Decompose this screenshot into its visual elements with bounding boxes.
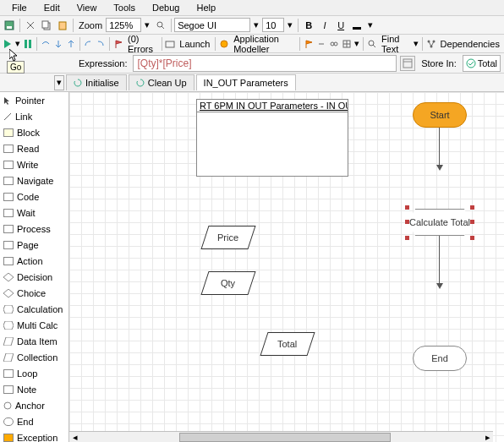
- expression-builder-button[interactable]: [400, 56, 415, 71]
- store-in-label: Store In:: [419, 58, 459, 68]
- svg-marker-31: [3, 353, 14, 362]
- cut-icon[interactable]: [23, 18, 38, 33]
- expression-input[interactable]: [133, 55, 397, 72]
- save-icon[interactable]: [2, 18, 17, 33]
- tool-collection[interactable]: Collection: [0, 349, 68, 365]
- tab-active[interactable]: IN_OUT Parameters: [196, 74, 296, 90]
- pause-button[interactable]: [22, 36, 34, 52]
- font-size-dropdown[interactable]: ▾: [285, 18, 295, 33]
- font-size-input[interactable]: [262, 18, 284, 32]
- check-icon: [466, 58, 476, 68]
- launch-icon[interactable]: [164, 36, 176, 52]
- menu-debug[interactable]: Debug: [144, 1, 188, 14]
- zoom-dropdown[interactable]: ▾: [142, 18, 152, 33]
- scroll-left-icon[interactable]: ◂: [69, 432, 80, 443]
- italic-icon[interactable]: I: [317, 18, 332, 33]
- step-out-icon[interactable]: [65, 36, 77, 52]
- errors-label[interactable]: (0) Errors: [125, 34, 159, 54]
- app-modeller-label[interactable]: Application Modeller: [231, 34, 297, 54]
- tool-multi-calc[interactable]: Multi Calc: [0, 317, 68, 333]
- step-into-icon[interactable]: [52, 36, 64, 52]
- find-text-label[interactable]: Find Text: [379, 34, 411, 54]
- tab-list-dropdown[interactable]: ▾: [54, 75, 64, 90]
- end-stage[interactable]: End: [413, 346, 467, 371]
- tool-data-item[interactable]: Data Item: [0, 333, 68, 349]
- underline-icon[interactable]: U: [333, 18, 348, 33]
- undo-icon[interactable]: [82, 36, 94, 52]
- tool-calculation[interactable]: Calculation: [0, 301, 68, 317]
- tool-loop[interactable]: Loop: [0, 365, 68, 381]
- canvas-grid[interactable]: RT 6PM IN OUT Parameters - IN OUT Parame…: [69, 92, 504, 442]
- step-over-icon[interactable]: [40, 36, 52, 52]
- errors-flag-icon[interactable]: [112, 36, 124, 52]
- tool-code[interactable]: Code: [0, 188, 68, 205]
- scroll-right-icon[interactable]: ▸: [482, 432, 493, 443]
- font-color-icon[interactable]: [349, 18, 364, 33]
- tool-block[interactable]: Block: [0, 124, 68, 140]
- tool-navigate[interactable]: Navigate: [0, 172, 68, 188]
- tool-note[interactable]: Note: [0, 381, 68, 397]
- tool-decision[interactable]: Decision: [0, 269, 68, 285]
- selection-handle[interactable]: [470, 205, 474, 210]
- dependencies-label[interactable]: Dependencies: [438, 39, 502, 49]
- calculation-stage[interactable]: Calculate Total: [408, 209, 472, 236]
- tab-cleanup[interactable]: Clean Up: [129, 74, 194, 90]
- data-item-total[interactable]: Total: [264, 332, 311, 356]
- zoom-input[interactable]: [106, 18, 141, 32]
- svg-line-8: [162, 26, 164, 29]
- grid-dropdown[interactable]: ▾: [353, 36, 361, 52]
- tool-page[interactable]: Page: [0, 237, 68, 253]
- tool-exception[interactable]: Exception: [0, 429, 68, 442]
- menu-edit[interactable]: Edit: [36, 1, 68, 14]
- selection-handle[interactable]: [405, 205, 409, 210]
- canvas-area[interactable]: RT 6PM IN OUT Parameters - IN OUT Parame…: [69, 92, 504, 442]
- font-name-dropdown[interactable]: ▾: [251, 18, 261, 33]
- search-icon[interactable]: [153, 18, 168, 33]
- tool-anchor[interactable]: Anchor: [0, 397, 68, 413]
- go-dropdown[interactable]: ▾: [14, 36, 22, 52]
- data-item-price[interactable]: Price: [205, 226, 252, 249]
- font-name-input[interactable]: [174, 18, 250, 32]
- menu-file[interactable]: File: [3, 1, 36, 14]
- font-color-dropdown[interactable]: ▾: [365, 18, 375, 33]
- flag-icon[interactable]: [303, 36, 315, 52]
- chain-icon[interactable]: [328, 36, 340, 52]
- launch-label[interactable]: Launch: [177, 39, 212, 49]
- main-area: Pointer Link Block Read Write Navigate C…: [0, 91, 504, 442]
- selection-handle[interactable]: [405, 220, 409, 224]
- menu-help[interactable]: Help: [188, 1, 224, 14]
- start-stage[interactable]: Start: [413, 102, 467, 128]
- tool-link[interactable]: Link: [0, 108, 68, 124]
- store-in-field[interactable]: Total: [463, 55, 501, 72]
- find-dropdown[interactable]: ▾: [412, 36, 419, 52]
- tool-read[interactable]: Read: [0, 140, 68, 156]
- selection-handle[interactable]: [470, 220, 474, 224]
- selection-handle[interactable]: [405, 236, 409, 240]
- menu-view[interactable]: View: [68, 1, 106, 14]
- go-button[interactable]: [2, 36, 14, 52]
- grid-icon[interactable]: [341, 36, 353, 52]
- bold-icon[interactable]: B: [301, 18, 316, 33]
- data-item-qty[interactable]: Qty: [205, 271, 252, 295]
- paste-icon[interactable]: [55, 18, 70, 33]
- dependencies-icon[interactable]: [425, 36, 437, 52]
- tool-wait[interactable]: Wait: [0, 205, 68, 221]
- scrollbar-thumb[interactable]: [179, 433, 391, 442]
- link-icon[interactable]: [315, 36, 327, 52]
- tool-end[interactable]: End: [0, 413, 68, 429]
- menu-tools[interactable]: Tools: [105, 1, 144, 14]
- redo-icon[interactable]: [95, 36, 107, 52]
- note-stage[interactable]: RT 6PM IN OUT Parameters - IN OUT Parame…: [196, 99, 348, 177]
- svg-marker-28: [3, 305, 14, 314]
- tool-process[interactable]: Process: [0, 221, 68, 237]
- tool-action[interactable]: Action: [0, 253, 68, 269]
- tool-write[interactable]: Write: [0, 156, 68, 172]
- copy-icon[interactable]: [39, 18, 54, 33]
- find-icon[interactable]: [366, 36, 378, 52]
- tab-initialise[interactable]: Initialise: [66, 74, 127, 90]
- selection-handle[interactable]: [470, 236, 474, 240]
- tool-choice[interactable]: Choice: [0, 285, 68, 301]
- app-modeller-icon[interactable]: [218, 36, 230, 52]
- tool-pointer[interactable]: Pointer: [0, 92, 68, 108]
- horizontal-scrollbar[interactable]: ◂ ▸: [69, 431, 493, 442]
